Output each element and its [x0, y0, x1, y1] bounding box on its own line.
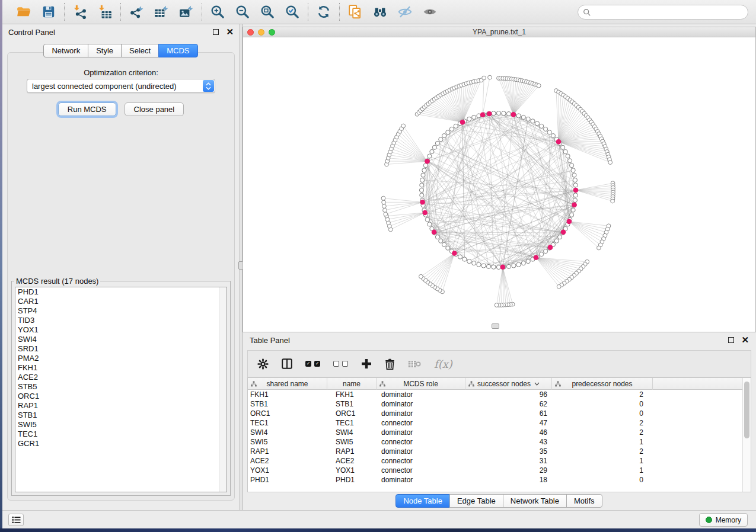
- table-cell[interactable]: 0: [552, 399, 653, 409]
- graph-node[interactable]: [422, 210, 428, 216]
- tab-node-table[interactable]: Node Table: [395, 494, 450, 508]
- graph-node[interactable]: [419, 188, 423, 192]
- graph-node[interactable]: [423, 164, 428, 168]
- list-item[interactable]: SWI4: [15, 335, 227, 344]
- graph-node[interactable]: [477, 262, 481, 267]
- table-cell[interactable]: TEC1: [327, 418, 377, 428]
- graph-node[interactable]: [446, 246, 450, 250]
- graph-node[interactable]: [568, 159, 572, 163]
- list-item[interactable]: GCR1: [15, 439, 227, 448]
- table-row[interactable]: SWI4SWI4dominator462: [248, 428, 742, 437]
- graph-node[interactable]: [571, 208, 575, 212]
- graph-node[interactable]: [567, 219, 572, 225]
- graph-node[interactable]: [573, 188, 579, 193]
- table-cell[interactable]: dominator: [377, 475, 465, 485]
- table-cell[interactable]: FKH1: [248, 390, 327, 399]
- task-history-button[interactable]: [8, 514, 24, 526]
- graph-node[interactable]: [454, 124, 458, 128]
- table-scrollbar[interactable]: [742, 378, 751, 492]
- table-cell[interactable]: connector: [377, 418, 465, 428]
- table-cell[interactable]: dominator: [377, 399, 465, 409]
- table-cell[interactable]: ACE2: [327, 456, 377, 466]
- window-close-icon[interactable]: [247, 29, 254, 36]
- graph-node[interactable]: [561, 230, 566, 235]
- search-field[interactable]: [578, 5, 748, 20]
- list-item[interactable]: RAP1: [15, 401, 227, 411]
- table-cell[interactable]: TEC1: [248, 418, 327, 428]
- graph-node[interactable]: [487, 111, 492, 117]
- table-cell[interactable]: 61: [465, 409, 552, 418]
- float-panel-icon[interactable]: [728, 337, 734, 343]
- list-item[interactable]: PMA2: [15, 354, 227, 363]
- graph-node[interactable]: [428, 222, 432, 226]
- tab-select[interactable]: Select: [121, 44, 159, 57]
- table-cell[interactable]: 47: [465, 418, 552, 428]
- tab-motifs[interactable]: Motifs: [566, 494, 602, 508]
- table-scrollbar-thumb[interactable]: [744, 382, 749, 438]
- float-panel-icon[interactable]: [213, 29, 219, 35]
- list-item[interactable]: STB5: [15, 382, 227, 392]
- memory-button[interactable]: Memory: [699, 513, 748, 527]
- table-row[interactable]: STB1STB1dominator620: [248, 399, 742, 409]
- refresh-layout-button[interactable]: [314, 2, 334, 21]
- table-cell[interactable]: dominator: [377, 447, 465, 456]
- run-mcds-button[interactable]: Run MCDS: [58, 102, 116, 116]
- graph-node[interactable]: [531, 119, 535, 123]
- column-header[interactable]: predecessor nodes: [552, 378, 653, 390]
- graph-node[interactable]: [439, 239, 443, 243]
- graph-node[interactable]: [488, 75, 492, 79]
- import-network-button[interactable]: [70, 2, 90, 21]
- table-cell[interactable]: connector: [377, 437, 465, 447]
- table-cell[interactable]: dominator: [377, 409, 465, 418]
- graph-node[interactable]: [432, 230, 437, 235]
- graph-node[interactable]: [439, 137, 443, 142]
- graph-node[interactable]: [446, 130, 450, 134]
- graph-node[interactable]: [472, 115, 476, 119]
- graph-node[interactable]: [420, 200, 425, 205]
- graph-node[interactable]: [556, 139, 562, 145]
- graph-node[interactable]: [573, 193, 578, 197]
- graph-node[interactable]: [611, 199, 615, 203]
- table-cell[interactable]: FKH1: [327, 390, 377, 399]
- graph-node[interactable]: [551, 134, 555, 138]
- table-cell[interactable]: 2: [552, 418, 653, 428]
- graph-node[interactable]: [570, 213, 574, 217]
- table-cell[interactable]: PHD1: [248, 475, 327, 485]
- find-button[interactable]: [370, 2, 390, 21]
- table-cell[interactable]: 18: [465, 475, 552, 485]
- table-cell[interactable]: connector: [377, 466, 465, 475]
- graph-node[interactable]: [495, 303, 499, 307]
- column-header[interactable]: MCDS role: [377, 378, 465, 390]
- graph-node[interactable]: [511, 112, 516, 117]
- network-canvas[interactable]: [243, 37, 755, 332]
- graph-node[interactable]: [544, 249, 548, 254]
- graph-node[interactable]: [460, 120, 465, 125]
- graph-node[interactable]: [526, 117, 530, 121]
- table-cell[interactable]: dominator: [377, 428, 465, 437]
- graph-node[interactable]: [544, 127, 548, 131]
- table-cell[interactable]: dominator: [377, 390, 465, 399]
- zoom-fit-button[interactable]: [257, 2, 277, 21]
- table-cell[interactable]: RAP1: [327, 447, 377, 456]
- graph-node[interactable]: [572, 173, 576, 177]
- graph-node[interactable]: [561, 145, 565, 149]
- table-cell[interactable]: 2: [552, 390, 653, 399]
- tab-edge-table[interactable]: Edge Table: [449, 494, 503, 508]
- graph-node[interactable]: [502, 111, 506, 116]
- graph-node[interactable]: [535, 121, 539, 126]
- graph-node[interactable]: [482, 76, 486, 80]
- horizontal-splitter-handle[interactable]: [492, 323, 499, 329]
- table-cell[interactable]: 1: [552, 466, 653, 475]
- delete-table-button[interactable]: [408, 360, 421, 368]
- table-cell[interactable]: 43: [465, 437, 552, 447]
- graph-node[interactable]: [573, 198, 577, 202]
- close-panel-icon[interactable]: ✕: [226, 29, 234, 35]
- table-cell[interactable]: 35: [465, 447, 552, 456]
- open-session-button[interactable]: [14, 2, 34, 21]
- graph-node[interactable]: [516, 262, 521, 267]
- graph-node[interactable]: [608, 161, 613, 165]
- list-item[interactable]: TID3: [15, 316, 227, 325]
- export-network-button[interactable]: [126, 2, 146, 21]
- table-cell[interactable]: SWI5: [327, 437, 377, 447]
- table-cell[interactable]: 62: [465, 399, 552, 409]
